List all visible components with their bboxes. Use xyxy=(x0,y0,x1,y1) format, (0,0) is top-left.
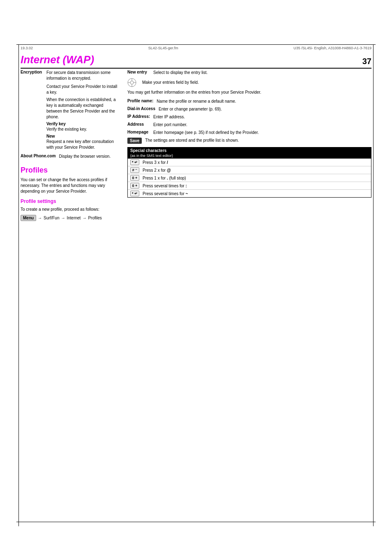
profile-name-text: Name the profile or rename a default nam… xyxy=(157,99,236,104)
dial-in-access-label: Dial-in Access xyxy=(127,106,155,112)
homepage-text: Enter homepage (see p. 35) if not define… xyxy=(153,130,259,136)
special-char-row-0: * ↵ Press 3 x for / xyxy=(128,159,371,166)
key-icon-1: # ⁻ xyxy=(130,167,139,173)
menu-path: Menu → Surf/Fun → Internet → Profiles xyxy=(21,215,119,221)
new-key-label: New xyxy=(46,134,119,138)
nav-icon-row: Make your entries field by field. xyxy=(127,78,371,87)
special-char-row-2: 0 + Press 1 x for . (full stop) xyxy=(128,174,371,182)
key-desc-0: Press 3 x for / xyxy=(143,160,168,165)
about-text: Display the browser version. xyxy=(59,154,111,159)
about-label: About Phone.com xyxy=(21,154,56,159)
arrow3: → xyxy=(82,216,86,220)
key-icon-4: * ↵ xyxy=(130,191,139,196)
save-row: Save The settings are stored and the pro… xyxy=(127,138,371,144)
nav-icon-text: Make your entries field by field. xyxy=(142,80,199,85)
menu-button[interactable]: Menu xyxy=(21,215,36,221)
key-icon-0: * ↵ xyxy=(130,159,139,165)
header-bar: 19.3.02 SL42-SL45-ger.fm U35 /SL45i- Eng… xyxy=(21,46,371,50)
new-entry-text: Select to display the entry list. xyxy=(153,70,208,76)
ip-address-label: IP Address: xyxy=(127,114,150,120)
save-text: The settings are stored and the profile … xyxy=(145,138,239,143)
profiles-description: You can set or change the five access pr… xyxy=(21,177,119,194)
encryption-sub1: Contact your Service Provider to install… xyxy=(46,84,119,95)
encryption-row: Encryption For secure data transmission … xyxy=(21,70,119,81)
left-border-line xyxy=(18,44,19,526)
profile-name-row: Profile name: Name the profile or rename… xyxy=(127,99,371,104)
new-entry-label: New entry xyxy=(127,70,150,74)
ip-address-text: Enter IP address. xyxy=(153,114,185,120)
header-date: 19.3.02 xyxy=(21,46,33,50)
address-text: Enter port number. xyxy=(153,122,187,128)
special-chars-title: Special characters xyxy=(128,147,371,154)
info-text: You may get further information on the e… xyxy=(127,90,371,95)
verify-key-label: Verify key xyxy=(46,122,119,126)
special-char-row-4: * ↵ Press several times for ~ xyxy=(128,190,371,197)
ip-address-row: IP Address: Enter IP address. xyxy=(127,114,371,120)
svg-point-1 xyxy=(130,81,134,84)
left-column: Encryption For secure data transmission … xyxy=(21,70,119,514)
address-label: Address xyxy=(127,122,150,128)
save-button[interactable]: Save xyxy=(127,138,142,144)
arrow2: → xyxy=(61,216,65,220)
verify-key-block: Verify key Verify the existing key. xyxy=(46,122,119,132)
encryption-text3: When the connection is established, a ke… xyxy=(46,97,115,119)
encryption-sub2: When the connection is established, a ke… xyxy=(46,97,119,120)
key-desc-2: Press 1 x for . (full stop) xyxy=(143,176,186,180)
special-chars-box: Special characters (as in the SMS text e… xyxy=(127,147,371,198)
key-icon-2: 0 + xyxy=(130,175,139,181)
header-product: U35 /SL45i- English, A31008-H4860-A1-3-7… xyxy=(293,46,371,50)
dial-in-access-row: Dial-in Access Enter or change parameter… xyxy=(127,106,371,112)
address-row: Address Enter port number. xyxy=(127,122,371,128)
content-area: Encryption For secure data transmission … xyxy=(21,70,371,514)
profiles-section: Profiles You can set or change the five … xyxy=(21,166,119,221)
homepage-row: Homepage Enter homepage (see p. 35) if n… xyxy=(127,130,371,136)
encryption-label: Encryption xyxy=(21,70,43,81)
key-desc-1: Press 2 x for @ xyxy=(143,168,171,173)
key-desc-4: Press several times for ~ xyxy=(143,191,188,196)
right-column: New entry Select to display the entry li… xyxy=(127,70,371,514)
homepage-label: Homepage xyxy=(127,130,150,136)
special-chars-subtitle: (as in the SMS text editor) xyxy=(128,154,371,159)
key-icon-3: 0 + xyxy=(130,183,139,189)
new-entry-row: New entry Select to display the entry li… xyxy=(127,70,371,76)
key-desc-3: Press several times for : xyxy=(143,184,187,188)
menu-item-profiles: Profiles xyxy=(88,216,101,220)
arrow1: → xyxy=(38,216,42,220)
menu-item-surffun: Surf/Fun xyxy=(44,216,59,220)
header-filename: SL42-SL45-ger.fm xyxy=(148,46,178,50)
profile-name-label: Profile name: xyxy=(127,99,153,104)
page-number: 37 xyxy=(362,57,371,66)
profiles-title: Profiles xyxy=(21,166,119,175)
nav-icon xyxy=(127,78,136,87)
special-char-row-3: 0 + Press several times for : xyxy=(128,182,371,190)
encryption-text1: For secure data transmission some inform… xyxy=(46,70,119,81)
header-rule xyxy=(16,44,376,45)
footer-rule xyxy=(16,522,376,522)
page: 19.3.02 SL42-SL45-ger.fm U35 /SL45i- Eng… xyxy=(0,0,392,555)
new-key-block: New Request a new key after consultation… xyxy=(46,134,119,150)
right-border-line xyxy=(373,44,374,526)
page-title: Internet (WAP) xyxy=(21,53,94,66)
verify-key-text: Verify the existing key. xyxy=(46,127,119,132)
encryption-text2: Contact your Service Provider to install… xyxy=(46,84,117,94)
new-key-text: Request a new key after consultation wit… xyxy=(46,139,119,150)
dial-in-access-text: Enter or change parameter (p. 69). xyxy=(159,106,222,112)
profile-settings-title: Profile settings xyxy=(21,198,119,204)
page-title-bar: Internet (WAP) 37 xyxy=(21,53,371,69)
menu-item-internet: Internet xyxy=(67,216,81,220)
special-char-row-1: # ⁻ Press 2 x for @ xyxy=(128,166,371,174)
profile-settings-desc: To create a new profile, proceed as foll… xyxy=(21,207,119,212)
about-row: About Phone.com Display the browser vers… xyxy=(21,154,119,159)
